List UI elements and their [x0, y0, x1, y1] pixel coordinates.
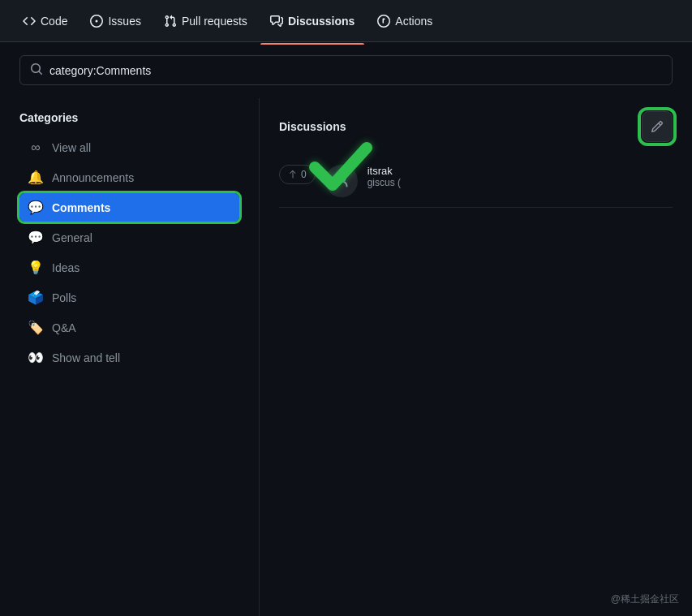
announcements-icon: 🔔	[28, 170, 44, 185]
show-and-tell-label: Show and tell	[52, 351, 120, 364]
category-view-all[interactable]: ∞ View all	[19, 134, 239, 162]
category-general[interactable]: 💬 General	[19, 223, 239, 252]
announcements-label: Announcements	[52, 171, 134, 184]
comments-label: Comments	[52, 201, 110, 214]
search-icon	[30, 62, 43, 78]
new-discussion-button[interactable]	[642, 111, 673, 142]
category-ideas[interactable]: 💡 Ideas	[19, 253, 239, 282]
search-box[interactable]	[19, 55, 673, 85]
category-announcements[interactable]: 🔔 Announcements	[19, 163, 239, 192]
nav-actions-label: Actions	[395, 15, 432, 28]
discussions-title: Discussions	[279, 120, 346, 133]
general-icon: 💬	[28, 230, 44, 245]
view-all-icon: ∞	[28, 140, 44, 155]
nav-item-code[interactable]: Code	[13, 8, 77, 34]
nav-issues-label: Issues	[108, 15, 140, 28]
nav-item-actions[interactable]: Actions	[367, 8, 442, 34]
code-icon	[23, 15, 36, 28]
pull-requests-icon	[164, 15, 177, 28]
actions-icon	[377, 15, 390, 28]
categories-title: Categories	[19, 111, 239, 124]
top-nav: Code Issues Pull requests Discussions	[0, 0, 692, 42]
category-show-and-tell[interactable]: 👀 Show and tell	[19, 343, 239, 372]
view-all-label: View all	[52, 141, 91, 154]
nav-code-label: Code	[41, 15, 67, 28]
new-discussion-btn-wrapper	[642, 111, 673, 142]
nav-discussions-label: Discussions	[288, 15, 355, 28]
nav-pr-label: Pull requests	[182, 15, 247, 28]
nav-item-discussions[interactable]: Discussions	[260, 8, 364, 34]
comments-icon: 💬	[28, 200, 44, 215]
nav-item-pull-requests[interactable]: Pull requests	[154, 8, 257, 34]
polls-label: Polls	[52, 291, 76, 304]
search-input[interactable]	[49, 64, 662, 77]
category-qna[interactable]: 🏷️ Q&A	[19, 313, 239, 342]
nav-item-issues[interactable]: Issues	[80, 8, 150, 34]
discussions-icon	[270, 15, 283, 28]
green-checkmark-overlay	[308, 138, 373, 197]
issues-icon	[90, 15, 103, 28]
general-label: General	[52, 231, 92, 244]
votes-count: 0	[301, 169, 307, 180]
category-polls[interactable]: 🗳️ Polls	[19, 283, 239, 312]
qna-icon: 🏷️	[28, 320, 44, 335]
category-comments[interactable]: 💬 Comments	[19, 193, 239, 222]
search-container	[0, 42, 692, 98]
qna-label: Q&A	[52, 321, 76, 334]
watermark: @稀土掘金社区	[611, 592, 679, 606]
ideas-icon: 💡	[28, 260, 44, 275]
show-and-tell-icon: 👀	[28, 350, 44, 365]
polls-icon: 🗳️	[28, 290, 44, 305]
categories-sidebar: Categories ∞ View all 🔔 Announcements 💬 …	[0, 98, 260, 616]
category-comments-wrapper: 💬 Comments	[19, 193, 239, 222]
ideas-label: Ideas	[52, 261, 80, 274]
